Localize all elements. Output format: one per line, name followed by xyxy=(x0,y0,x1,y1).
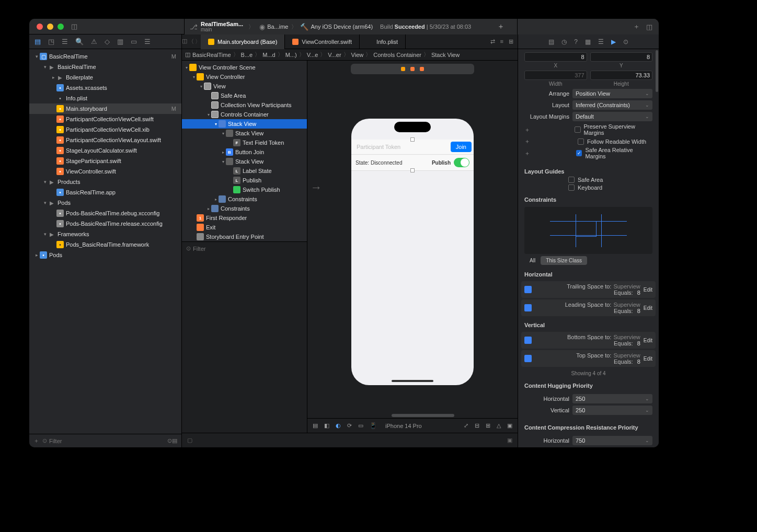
warning-indicator-2[interactable] xyxy=(410,67,415,71)
scheme-name[interactable]: Ba...ime xyxy=(267,24,288,30)
width-field[interactable]: 377 xyxy=(524,71,587,80)
jump-segment[interactable]: Stack View xyxy=(431,52,460,58)
outline-row[interactable]: LPublish xyxy=(182,176,307,185)
tree-row[interactable]: ▸▶Boilerplate xyxy=(29,72,181,83)
jump-icon[interactable]: ◫ xyxy=(185,51,190,58)
orientation-icon[interactable]: ⟳ xyxy=(347,422,352,429)
zoom-icon[interactable]: ⤢ xyxy=(464,422,468,429)
file-inspector-tab[interactable]: ▤ xyxy=(548,38,554,45)
filter-input[interactable] xyxy=(49,438,167,444)
tree-row[interactable]: ▾▶BasicRealTime xyxy=(29,62,181,72)
outline-row[interactable]: 1First Responder xyxy=(182,213,307,223)
outline-row[interactable]: ▾Controls Container xyxy=(182,110,307,119)
height-field[interactable]: 73.33 xyxy=(590,71,653,80)
tree-root[interactable]: ▾▢ BasicRealTime M xyxy=(29,51,181,62)
warning-indicator[interactable] xyxy=(401,67,405,71)
related-icon[interactable]: ◫ xyxy=(182,38,187,45)
add-tab-button[interactable]: ＋ xyxy=(497,22,512,31)
tree-row[interactable]: •ViewController.swift xyxy=(29,166,181,177)
debug-tab[interactable]: ▥ xyxy=(117,38,123,45)
tree-row[interactable]: •StageParticipant.swift xyxy=(29,156,181,166)
outline-toggle-icon[interactable]: ▤ xyxy=(313,422,318,429)
device-config-icon[interactable]: ▭ xyxy=(358,422,363,429)
outline-row[interactable]: ▸Constraints xyxy=(182,194,307,204)
jump-segment[interactable]: View xyxy=(351,52,364,58)
identity-inspector-tab[interactable]: ▦ xyxy=(585,38,591,45)
run-destination[interactable]: Any iOS Device (arm64) xyxy=(311,24,373,30)
outline-row[interactable]: Switch Publish xyxy=(182,185,307,194)
issues-tab[interactable]: ⚠ xyxy=(91,38,97,45)
tree-row[interactable]: •Pods-BasicRealTime.release.xcconfig xyxy=(29,218,181,229)
reports-tab[interactable]: ☰ xyxy=(144,38,151,45)
outline-row[interactable]: ▾View Controller xyxy=(182,72,307,82)
jump-segment[interactable]: Controls Container xyxy=(373,52,421,58)
tree-row[interactable]: •StageLayoutCalculator.swift xyxy=(29,145,181,156)
jump-segment[interactable]: M...d xyxy=(262,52,275,58)
jump-segment[interactable]: B...e xyxy=(241,52,253,58)
token-field[interactable]: Participant Token xyxy=(353,144,451,150)
constraints-diagram[interactable] xyxy=(524,207,652,254)
appearance-icon[interactable]: ◐ xyxy=(336,422,341,429)
preserve-margins-check[interactable]: ＋Preserve Superview Margins xyxy=(524,123,652,136)
canvas-toolbar-pill[interactable] xyxy=(351,64,474,74)
outline-row[interactable]: Exit xyxy=(182,223,307,232)
zoom-button[interactable] xyxy=(58,24,64,30)
hugging-h-field[interactable]: 250⌄ xyxy=(572,394,652,403)
align-icon[interactable]: ⊟ xyxy=(475,422,479,429)
size-class-segment[interactable]: All This Size Class xyxy=(524,256,652,265)
resolve-icon[interactable]: △ xyxy=(497,422,501,429)
forward-button[interactable]: 〉 xyxy=(195,38,201,45)
editor-tab[interactable]: Main.storyboard (Base) xyxy=(201,34,285,49)
safe-area-margins-check[interactable]: ＋✓Safe Area Relative Margins xyxy=(524,147,652,159)
constraint-trailing[interactable]: Trailing Space to:Superview Equals:8 Edi… xyxy=(521,281,656,298)
outline-row[interactable]: ▾View Controller Scene xyxy=(182,63,307,72)
canvas-scrollbar[interactable] xyxy=(392,414,454,417)
outline-row[interactable]: Safe Area xyxy=(182,91,307,100)
outline-filter-input[interactable] xyxy=(193,246,303,252)
add-button[interactable]: ＋ xyxy=(33,437,39,445)
tree-row[interactable]: •ParticipantCollectionViewCell.swift xyxy=(29,114,181,124)
outline-row[interactable]: ▾Stack View xyxy=(182,157,307,166)
ib-canvas[interactable]: → Participant Token Join State: Disconne… xyxy=(307,61,518,433)
edit-button[interactable]: Edit xyxy=(644,305,652,311)
tree-row[interactable]: •BasicRealTime.app xyxy=(29,187,181,198)
tree-row[interactable]: •ParticipantCollectionViewCell.xib xyxy=(29,124,181,135)
outline-row[interactable]: FText Field Token xyxy=(182,138,307,147)
outline-row[interactable]: ▸Constraints xyxy=(182,204,307,213)
jump-segment[interactable]: M...) xyxy=(285,52,297,58)
inspector-toggle-icon[interactable]: ◫ xyxy=(646,23,652,31)
sidebar-toggle-icon[interactable]: ◫ xyxy=(71,22,77,30)
library-button[interactable]: ＋ xyxy=(633,22,640,31)
selection-handle[interactable] xyxy=(410,168,415,172)
hugging-v-field[interactable]: 250⌄ xyxy=(572,406,652,415)
tree-row[interactable]: •Info.plist xyxy=(29,93,181,103)
close-button[interactable] xyxy=(37,24,43,30)
debug-area-toggle[interactable]: ▣ xyxy=(507,437,512,444)
editor-options-icon[interactable]: ⇄ xyxy=(490,38,495,45)
margins-select[interactable]: Default⌄ xyxy=(572,112,652,121)
edit-button[interactable]: Edit xyxy=(644,338,652,343)
editor-tab[interactable]: Info.plist xyxy=(360,34,406,49)
tree-row[interactable]: •Assets.xcassets xyxy=(29,83,181,93)
outline-row[interactable]: Collection View Participants xyxy=(182,100,307,110)
scrollbar[interactable] xyxy=(656,50,658,92)
device-name[interactable]: iPhone 14 Pro xyxy=(385,423,422,429)
recent-filter-icon[interactable]: ⊙▤ xyxy=(167,437,177,444)
embed-icon[interactable]: ▣ xyxy=(507,422,512,429)
minimize-button[interactable] xyxy=(47,24,53,30)
add-editor-icon[interactable]: ⊞ xyxy=(509,38,513,45)
size-inspector-tab[interactable]: ▶ xyxy=(611,38,616,45)
tests-tab[interactable]: ◇ xyxy=(105,38,110,45)
source-control-tab[interactable]: ◳ xyxy=(48,38,54,45)
outline-row[interactable]: ▾View xyxy=(182,82,307,91)
keyboard-guide-check[interactable]: Keyboard xyxy=(518,184,659,191)
breakpoints-tab[interactable]: ▭ xyxy=(131,38,137,45)
adjust-editor-icon[interactable]: ≡ xyxy=(500,38,503,45)
jump-segment[interactable]: V...e xyxy=(307,52,318,58)
y-field[interactable]: 8 xyxy=(590,52,653,62)
phone-icon[interactable]: 📱 xyxy=(370,422,377,429)
editor-tab[interactable]: ViewController.swift xyxy=(285,34,360,49)
adjust-icon[interactable]: ◧ xyxy=(324,422,329,429)
warning-indicator-3[interactable] xyxy=(420,67,424,71)
publish-switch[interactable] xyxy=(454,158,469,167)
